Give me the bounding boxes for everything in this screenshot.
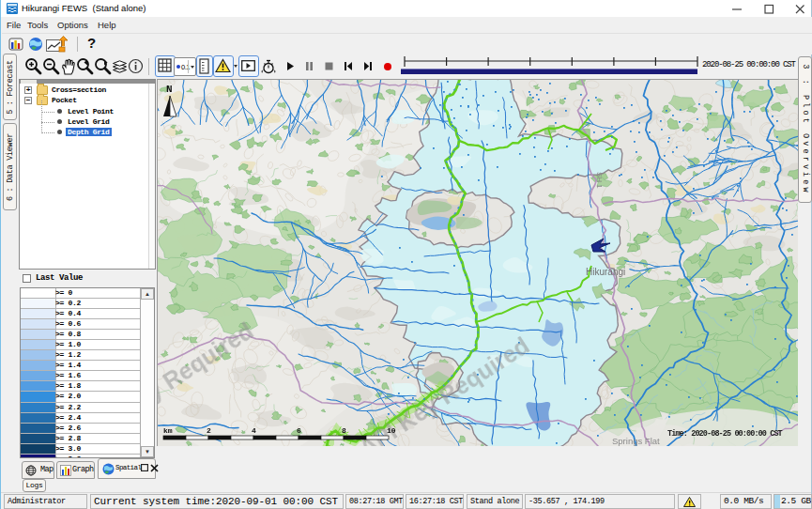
svg-text:2: 2 bbox=[207, 426, 211, 435]
svg-text:km: km bbox=[163, 426, 173, 435]
svg-text:Springs Flat: Springs Flat bbox=[612, 436, 660, 446]
svg-text:Hikurangi: Hikurangi bbox=[586, 267, 625, 277]
svg-text:SH 1: SH 1 bbox=[595, 172, 604, 189]
svg-text:8: 8 bbox=[342, 426, 346, 435]
svg-text:6: 6 bbox=[297, 426, 301, 435]
svg-text:N: N bbox=[166, 84, 173, 95]
svg-text:Time: 2020-08-25 00:00:00 CST: Time: 2020-08-25 00:00:00 CST bbox=[667, 429, 783, 439]
svg-text:4: 4 bbox=[252, 426, 256, 435]
svg-text:10: 10 bbox=[387, 426, 396, 435]
